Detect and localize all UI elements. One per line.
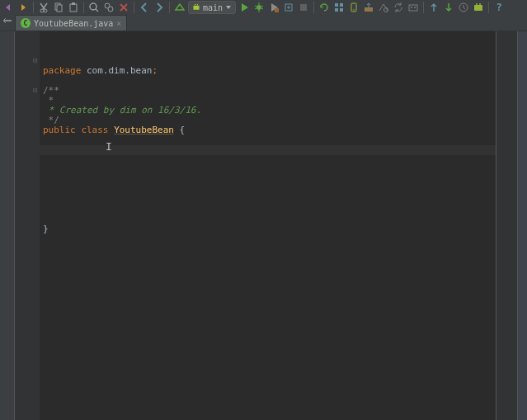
svg-rect-31 <box>365 7 373 12</box>
editor-wrap: ⊟ ⊟ I package com.dim.bean; /** * * Crea… <box>0 31 527 420</box>
svg-point-1 <box>44 9 47 12</box>
close-brace: } <box>43 224 49 234</box>
code-editor[interactable]: ⊟ ⊟ I package com.dim.bean; /** * * Crea… <box>15 31 527 420</box>
code-area[interactable]: I package com.dim.bean; /** * * Created … <box>40 31 517 420</box>
class-name: YoutubeBean <box>114 125 174 135</box>
svg-point-15 <box>256 5 261 10</box>
package-name: com.dim.bean <box>87 65 152 76</box>
fold-gutter: ⊟ ⊟ <box>15 31 40 420</box>
editor-tab[interactable]: C YoutubeBean.java × <box>15 15 127 31</box>
separator <box>134 2 134 13</box>
cut-icon[interactable] <box>37 1 50 14</box>
close-tab-icon[interactable]: × <box>116 19 121 28</box>
vcs-commit-icon[interactable] <box>442 1 455 14</box>
back-icon[interactable] <box>138 1 151 14</box>
paste-icon[interactable] <box>67 1 80 14</box>
separator <box>423 2 424 13</box>
sync-gradle-icon[interactable] <box>318 1 331 14</box>
tab-filename: YoutubeBean.java <box>34 19 113 28</box>
vcs-revert-icon[interactable] <box>472 1 485 14</box>
open-brace: { <box>180 125 186 135</box>
adb-icon[interactable] <box>407 1 420 14</box>
separator <box>169 2 170 13</box>
svg-text:?: ? <box>496 2 501 13</box>
svg-point-39 <box>479 3 481 5</box>
build-icon[interactable] <box>173 1 186 14</box>
svg-rect-4 <box>70 4 77 12</box>
stop-icon[interactable] <box>297 1 310 14</box>
svg-point-38 <box>476 3 478 5</box>
main-toolbar: main ? <box>0 0 527 15</box>
replace-icon[interactable] <box>102 1 115 14</box>
svg-line-7 <box>96 9 98 12</box>
svg-rect-37 <box>474 5 482 11</box>
svg-rect-28 <box>340 8 343 12</box>
svg-line-21 <box>261 8 263 9</box>
project-structure-icon[interactable] <box>332 1 346 14</box>
semicolon: ; <box>152 65 158 76</box>
sdk-manager-icon[interactable] <box>362 1 375 14</box>
package-keyword: package <box>43 65 81 76</box>
tool-window-bar <box>0 31 15 420</box>
separator <box>33 2 34 13</box>
editor-tab-bar: C YoutubeBean.java × <box>0 15 527 31</box>
svg-point-14 <box>197 4 198 5</box>
run-config-selector[interactable]: main <box>188 1 236 14</box>
separator <box>83 2 84 13</box>
svg-rect-3 <box>57 5 62 12</box>
svg-point-6 <box>90 3 96 10</box>
svg-rect-22 <box>275 8 279 12</box>
svg-line-18 <box>255 6 256 7</box>
stop-find-icon[interactable] <box>117 1 130 14</box>
run-icon[interactable] <box>238 1 251 14</box>
hide-tool-window-icon[interactable] <box>2 17 13 28</box>
run-config-label: main <box>203 3 223 12</box>
fold-collapse-icon[interactable]: ⊟ <box>33 56 37 64</box>
svg-line-19 <box>261 6 263 7</box>
text-cursor-caret: I <box>106 142 112 152</box>
error-stripe <box>496 31 517 420</box>
find-icon[interactable] <box>87 1 101 14</box>
separator <box>488 2 489 13</box>
vcs-update-icon[interactable] <box>427 1 440 14</box>
undo-icon[interactable] <box>2 1 15 14</box>
layout-inspector-icon[interactable] <box>377 1 390 14</box>
svg-point-35 <box>414 7 416 8</box>
sync-icon[interactable] <box>392 1 405 14</box>
avd-manager-icon[interactable] <box>347 1 360 14</box>
svg-point-0 <box>40 9 44 12</box>
vcs-history-icon[interactable] <box>457 1 470 14</box>
svg-rect-26 <box>340 3 343 7</box>
javadoc-author-line: * Created by dim on 16/3/16. <box>43 105 201 116</box>
svg-rect-5 <box>72 2 75 5</box>
class-file-icon: C <box>21 18 31 28</box>
redo-icon[interactable] <box>16 1 30 14</box>
svg-line-20 <box>255 8 256 9</box>
copy-icon[interactable] <box>52 1 65 14</box>
svg-rect-33 <box>409 5 417 11</box>
svg-point-34 <box>411 7 412 8</box>
separator <box>313 2 314 13</box>
fold-expand-icon[interactable]: ⊟ <box>33 86 37 94</box>
public-keyword: public <box>43 125 76 135</box>
forward-icon[interactable] <box>153 1 166 14</box>
svg-point-13 <box>195 4 195 5</box>
svg-point-30 <box>353 9 355 11</box>
class-keyword: class <box>81 125 108 135</box>
attach-debugger-icon[interactable] <box>282 1 295 14</box>
svg-point-9 <box>108 7 113 12</box>
svg-rect-27 <box>335 8 338 12</box>
svg-rect-41 <box>3 20 12 21</box>
right-rail <box>517 31 527 420</box>
svg-rect-25 <box>335 3 338 7</box>
debug-icon[interactable] <box>252 1 266 14</box>
svg-rect-24 <box>300 4 307 11</box>
help-icon[interactable]: ? <box>492 1 506 14</box>
svg-rect-12 <box>193 6 199 10</box>
coverage-icon[interactable] <box>267 1 280 14</box>
